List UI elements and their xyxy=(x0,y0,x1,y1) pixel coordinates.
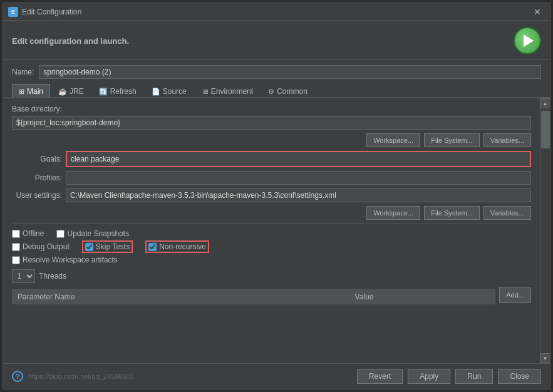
variables-button-2[interactable]: Variables... xyxy=(483,206,531,220)
user-settings-label: User settings: xyxy=(12,191,62,200)
add-button[interactable]: Add... xyxy=(499,287,531,303)
threads-row: 1 2 4 Threads xyxy=(12,269,531,283)
tab-jre[interactable]: ☕ JRE xyxy=(51,84,91,98)
tab-main-label: Main xyxy=(27,87,43,96)
param-value-header: Value xyxy=(349,290,495,304)
checkbox-row-2: Debug Output Skip Tests Non-recursive xyxy=(12,240,531,253)
tab-environment[interactable]: 🖥 Environment xyxy=(195,84,260,98)
content-area: Base directory: Workspace... File System… xyxy=(3,98,550,363)
title-bar: E Edit Configuration ✕ xyxy=(3,3,550,21)
header-subtitle: Edit configuration and launch. xyxy=(12,36,129,46)
footer-bar: ? https://blog.csdn.net/qq_24598601 Reve… xyxy=(3,363,550,389)
resolve-workspace-label: Resolve Workspace artifacts xyxy=(23,255,118,264)
debug-output-checkbox[interactable] xyxy=(12,243,20,251)
resolve-workspace-checkbox-item: Resolve Workspace artifacts xyxy=(12,255,118,264)
scrollbar: ▲ ▼ xyxy=(540,98,550,363)
variables-button-1[interactable]: Variables... xyxy=(483,133,531,147)
goals-input-wrapper xyxy=(66,151,531,167)
debug-output-checkbox-item: Debug Output xyxy=(12,242,70,251)
tab-jre-label: JRE xyxy=(70,87,84,96)
checkbox-row-3: Resolve Workspace artifacts xyxy=(12,255,531,264)
tab-refresh-label: Refresh xyxy=(110,87,137,96)
scroll-track xyxy=(540,108,550,353)
environment-tab-icon: 🖥 xyxy=(202,88,209,95)
file-system-button-2[interactable]: File System... xyxy=(424,206,480,220)
user-settings-row: User settings: xyxy=(12,188,531,202)
name-input[interactable] xyxy=(39,65,541,79)
skip-tests-checkbox-item: Skip Tests xyxy=(82,240,133,253)
tab-refresh[interactable]: 🔄 Refresh xyxy=(92,84,143,98)
tab-environment-label: Environment xyxy=(211,87,253,96)
param-name-header: Parameter Name xyxy=(13,290,350,304)
checkbox-row-1: Offline Update Snapshots xyxy=(12,229,531,238)
workspace-button-2[interactable]: Workspace... xyxy=(366,206,420,220)
goals-row: Goals: xyxy=(12,151,531,167)
profiles-row: Profiles: xyxy=(12,171,531,185)
run-play-button[interactable] xyxy=(514,27,541,54)
scroll-up-button[interactable]: ▲ xyxy=(540,98,550,108)
header-area: Edit configuration and launch. xyxy=(3,21,550,60)
name-row: Name: xyxy=(3,60,550,84)
threads-select[interactable]: 1 2 4 xyxy=(12,269,35,283)
debug-output-label: Debug Output xyxy=(23,242,70,251)
goals-label: Goals: xyxy=(12,155,62,163)
non-recursive-label: Non-recursive xyxy=(159,242,206,251)
tab-common-label: Common xyxy=(277,87,308,96)
play-icon xyxy=(524,34,534,47)
base-directory-row xyxy=(12,116,531,130)
dir-buttons-row: Workspace... File System... Variables... xyxy=(12,133,531,147)
table-container: Parameter Name Value xyxy=(12,287,495,304)
tab-common[interactable]: ⚙ Common xyxy=(261,84,314,98)
dialog-icon: E xyxy=(8,7,18,17)
non-recursive-checkbox-item: Non-recursive xyxy=(145,240,209,253)
settings-buttons-row: Workspace... File System... Variables... xyxy=(12,206,531,220)
base-directory-label: Base directory: xyxy=(12,105,531,113)
base-directory-input[interactable] xyxy=(12,116,531,130)
resolve-workspace-checkbox[interactable] xyxy=(12,256,20,264)
skip-tests-label: Skip Tests xyxy=(96,242,130,251)
checkboxes-section: Offline Update Snapshots Debug Output Sk… xyxy=(12,229,531,264)
tab-main[interactable]: ⊞ Main xyxy=(12,84,50,98)
main-content: Base directory: Workspace... File System… xyxy=(3,98,540,363)
scroll-thumb[interactable] xyxy=(541,111,550,148)
goals-input[interactable] xyxy=(67,152,530,166)
offline-label: Offline xyxy=(23,229,44,238)
profiles-input[interactable] xyxy=(66,171,531,185)
skip-tests-checkbox[interactable] xyxy=(85,243,93,251)
update-snapshots-checkbox[interactable] xyxy=(56,230,65,238)
update-snapshots-checkbox-item: Update Snapshots xyxy=(56,229,129,238)
file-system-button-1[interactable]: File System... xyxy=(424,133,480,147)
apply-button[interactable]: Apply xyxy=(408,369,450,384)
jre-tab-icon: ☕ xyxy=(58,88,67,96)
offline-checkbox[interactable] xyxy=(12,230,20,238)
workspace-button-1[interactable]: Workspace... xyxy=(366,133,420,147)
watermark-text: https://blog.csdn.net/qq_24598601 xyxy=(28,373,134,380)
revert-button[interactable]: Revert xyxy=(357,369,403,384)
update-snapshots-label: Update Snapshots xyxy=(67,229,129,238)
threads-label: Threads xyxy=(39,272,66,281)
close-button[interactable]: ✕ xyxy=(530,6,545,18)
refresh-tab-icon: 🔄 xyxy=(99,88,108,96)
footer-buttons: Revert Apply Run Close xyxy=(357,369,541,384)
profiles-label: Profiles: xyxy=(12,173,62,182)
parameter-table: Parameter Name Value xyxy=(12,289,495,304)
source-tab-icon: 📄 xyxy=(152,88,160,96)
close-dialog-button[interactable]: Close xyxy=(498,369,541,384)
dialog-title: Edit Configuration xyxy=(22,8,81,16)
edit-configuration-dialog: E Edit Configuration ✕ Edit configuratio… xyxy=(3,3,550,389)
main-tab-icon: ⊞ xyxy=(19,88,24,96)
non-recursive-checkbox[interactable] xyxy=(148,243,157,251)
user-settings-input[interactable] xyxy=(66,188,531,202)
help-icon[interactable]: ? xyxy=(12,371,23,382)
name-label: Name: xyxy=(12,68,34,76)
scroll-down-button[interactable]: ▼ xyxy=(540,353,550,363)
common-tab-icon: ⚙ xyxy=(268,88,274,96)
table-wrapper: Parameter Name Value Add... xyxy=(12,287,531,304)
run-button[interactable]: Run xyxy=(455,369,493,384)
offline-checkbox-item: Offline xyxy=(12,229,44,238)
tab-source-label: Source xyxy=(163,87,187,96)
tab-source[interactable]: 📄 Source xyxy=(145,84,194,98)
tabs-bar: ⊞ Main ☕ JRE 🔄 Refresh 📄 Source 🖥 Enviro… xyxy=(3,84,550,98)
